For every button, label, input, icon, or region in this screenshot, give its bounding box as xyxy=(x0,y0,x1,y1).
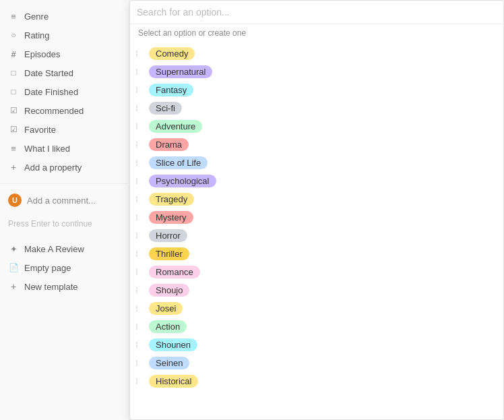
tag-fantasy: Fantasy xyxy=(149,84,193,96)
option-scifi[interactable]: Sci-fi xyxy=(130,99,503,117)
hash-icon xyxy=(8,49,19,59)
tag-thriller: Thriller xyxy=(149,247,189,260)
tag-mystery: Mystery xyxy=(149,211,193,224)
check-icon xyxy=(8,124,19,135)
drag-handle-shoujo xyxy=(135,285,145,295)
tag-seinen: Seinen xyxy=(149,357,189,369)
drag-handle-historical xyxy=(135,376,145,386)
comment-section: U Add a comment... xyxy=(0,183,128,212)
new-template-label: New template xyxy=(24,282,77,292)
tag-supernatural: Supernatural xyxy=(149,65,212,78)
sidebar-item-rating[interactable]: Rating xyxy=(0,26,128,44)
add-comment-area[interactable]: U Add a comment... xyxy=(0,188,128,212)
drag-handle-adventure xyxy=(135,121,145,131)
drag-handle-scifi xyxy=(135,103,145,113)
options-list: Comedy Supernatural Fantasy Sci-fi Adven… xyxy=(130,42,503,419)
empty-page-button[interactable]: Empty page xyxy=(0,258,128,277)
new-template-button[interactable]: New template xyxy=(0,277,128,296)
empty-page-label: Empty page xyxy=(24,263,71,273)
drag-handle-sliceoflife xyxy=(135,158,145,168)
drag-handle-tragedy xyxy=(135,194,145,204)
sidebar-item-genre[interactable]: Genre xyxy=(0,7,128,26)
drag-handle-comedy xyxy=(135,49,145,59)
sidebar-item-recommended[interactable]: Recommended xyxy=(0,101,128,120)
tag-drama: Drama xyxy=(149,138,189,151)
make-review-button[interactable]: Make A Review xyxy=(0,239,128,258)
add-comment-label: Add a comment... xyxy=(27,196,96,206)
circle-icon xyxy=(8,30,19,40)
tag-shounen: Shounen xyxy=(149,338,197,351)
calendar-icon xyxy=(8,86,19,97)
star-icon xyxy=(8,243,19,254)
option-fantasy[interactable]: Fantasy xyxy=(130,81,503,99)
drag-handle-drama xyxy=(135,140,145,150)
option-shounen[interactable]: Shounen xyxy=(130,336,503,354)
list-icon xyxy=(8,11,19,22)
search-input[interactable] xyxy=(137,7,497,18)
tag-adventure: Adventure xyxy=(149,120,202,133)
list-icon xyxy=(8,143,19,154)
option-shoujo[interactable]: Shoujo xyxy=(130,281,503,299)
add-property-button[interactable]: Add a property xyxy=(0,158,128,177)
sidebar-label-episodes: Episodes xyxy=(24,49,60,59)
option-seinen[interactable]: Seinen xyxy=(130,354,503,372)
drag-handle-seinen xyxy=(135,358,145,368)
sidebar-item-date-finished[interactable]: Date Finished xyxy=(0,82,128,101)
option-adventure[interactable]: Adventure xyxy=(130,117,503,136)
add-property-label: Add a property xyxy=(24,162,82,173)
option-drama[interactable]: Drama xyxy=(130,136,503,154)
tag-josei: Josei xyxy=(149,302,183,315)
sidebar-label-date-finished: Date Finished xyxy=(24,87,78,97)
option-horror[interactable]: Horror xyxy=(130,227,503,245)
sidebar-label-rating: Rating xyxy=(24,30,50,40)
search-wrapper[interactable] xyxy=(130,1,503,24)
option-action[interactable]: Action xyxy=(130,318,503,336)
option-thriller[interactable]: Thriller xyxy=(130,245,503,263)
drag-handle-josei xyxy=(135,303,145,313)
left-sidebar: Genre Rating Episodes Date Started Date … xyxy=(0,0,128,420)
tag-comedy: Comedy xyxy=(149,47,195,60)
tag-scifi: Sci-fi xyxy=(149,102,182,115)
tag-shoujo: Shoujo xyxy=(149,284,189,297)
sidebar-item-what-i-liked[interactable]: What I liked xyxy=(0,139,128,158)
tag-romance: Romance xyxy=(149,266,200,278)
tag-historical: Historical xyxy=(149,375,198,388)
option-sliceoflife[interactable]: Slice of Life xyxy=(130,154,503,172)
page-icon xyxy=(8,262,19,273)
option-historical[interactable]: Historical xyxy=(130,372,503,390)
drag-handle-romance xyxy=(135,267,145,277)
option-supernatural[interactable]: Supernatural xyxy=(130,63,503,81)
plus-icon-template xyxy=(8,281,19,292)
option-comedy[interactable]: Comedy xyxy=(130,44,503,63)
tag-tragedy: Tragedy xyxy=(149,193,194,206)
plus-icon xyxy=(8,162,19,173)
sidebar-item-episodes[interactable]: Episodes xyxy=(0,44,128,63)
drag-handle-mystery xyxy=(135,212,145,222)
genre-dropdown: Select an option or create one Comedy Su… xyxy=(129,0,504,420)
drag-handle-shounen xyxy=(135,340,145,350)
sidebar-label-genre: Genre xyxy=(24,11,49,22)
option-psychological[interactable]: Psychological xyxy=(130,172,503,190)
option-mystery[interactable]: Mystery xyxy=(130,208,503,227)
select-hint: Select an option or create one xyxy=(130,24,503,42)
drag-handle-horror xyxy=(135,231,145,241)
avatar: U xyxy=(8,193,22,207)
sidebar-label-recommended: Recommended xyxy=(24,106,84,116)
tag-action: Action xyxy=(149,320,187,333)
sidebar-item-favorite[interactable]: Favorite xyxy=(0,120,128,139)
sidebar-label-favorite: Favorite xyxy=(24,125,56,135)
option-josei[interactable]: Josei xyxy=(130,299,503,318)
sidebar-label-what-i-liked: What I liked xyxy=(24,144,70,154)
drag-handle-action xyxy=(135,322,145,332)
template-section: Make A Review Empty page New template xyxy=(0,235,128,300)
tag-sliceoflife: Slice of Life xyxy=(149,156,208,169)
sidebar-item-date-started[interactable]: Date Started xyxy=(0,63,128,82)
option-romance[interactable]: Romance xyxy=(130,263,503,281)
drag-handle-thriller xyxy=(135,249,145,259)
drag-handle-psychological xyxy=(135,176,145,186)
check-icon xyxy=(8,105,19,116)
press-enter-hint: Press Enter to continue xyxy=(0,212,128,235)
tag-horror: Horror xyxy=(149,229,187,242)
drag-handle-supernatural xyxy=(135,67,145,77)
option-tragedy[interactable]: Tragedy xyxy=(130,190,503,208)
